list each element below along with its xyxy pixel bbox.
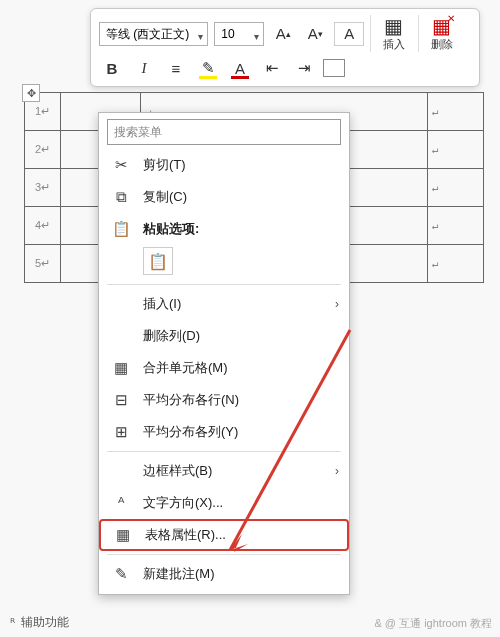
chevron-down-icon: ▾ <box>198 28 203 46</box>
font-family-select[interactable]: 等线 (西文正文) ▾ <box>99 22 208 46</box>
border-button[interactable] <box>323 59 345 77</box>
menu-border-style[interactable]: 边框样式(B) › <box>99 455 349 487</box>
row-number: 3↵ <box>25 169 61 207</box>
styles-button[interactable]: A <box>334 22 364 46</box>
table-delete-icon: ▦ <box>432 15 451 37</box>
highlight-button[interactable]: ✎ <box>195 56 221 80</box>
copy-icon: ⧉ <box>111 188 131 206</box>
chevron-right-icon: › <box>335 464 339 478</box>
menu-new-comment[interactable]: ✎ 新建批注(M) <box>99 558 349 590</box>
menu-distribute-rows[interactable]: ⊟ 平均分布各行(N) <box>99 384 349 416</box>
paste-option-keep-text[interactable]: 📋 <box>143 247 173 275</box>
table-cell[interactable]: ↵ <box>428 131 484 169</box>
font-color-button[interactable]: A <box>227 56 253 80</box>
font-size-value: 10 <box>221 27 234 41</box>
chevron-down-icon: ▾ <box>254 28 259 46</box>
scissors-icon: ✂ <box>111 156 131 174</box>
statusbar-accessibility[interactable]: ᴿ 辅助功能 <box>10 614 69 631</box>
font-family-value: 等线 (西文正文) <box>106 27 189 41</box>
menu-insert[interactable]: 插入(I) › <box>99 288 349 320</box>
menu-separator <box>107 284 341 285</box>
menu-merge-cells[interactable]: ▦ 合并单元格(M) <box>99 352 349 384</box>
chevron-right-icon: › <box>335 297 339 311</box>
delete-dropdown[interactable]: ▦ 删除 <box>418 15 460 52</box>
grow-font-button[interactable]: A▴ <box>270 22 296 46</box>
text-direction-icon: ᴬ <box>111 494 131 512</box>
table-cell[interactable]: ↵ <box>428 93 484 131</box>
accessibility-icon: ᴿ <box>10 616 15 630</box>
mini-toolbar: 等线 (西文正文) ▾ 10 ▾ A▴ A▾ A ▦ 插入 ▦ 删除 B I ≡… <box>90 8 480 87</box>
menu-search-input[interactable]: 搜索菜单 <box>107 119 341 145</box>
insert-dropdown[interactable]: ▦ 插入 <box>370 15 412 52</box>
table-cell[interactable]: ↵ <box>428 169 484 207</box>
search-placeholder: 搜索菜单 <box>114 124 162 141</box>
menu-separator <box>107 451 341 452</box>
italic-button[interactable]: I <box>131 56 157 80</box>
distribute-cols-icon: ⊞ <box>111 423 131 441</box>
clipboard-icon: 📋 <box>111 220 131 238</box>
menu-distribute-cols[interactable]: ⊞ 平均分布各列(Y) <box>99 416 349 448</box>
menu-cut[interactable]: ✂ 剪切(T) <box>99 149 349 181</box>
row-number: 4↵ <box>25 207 61 245</box>
distribute-rows-icon: ⊟ <box>111 391 131 409</box>
align-button[interactable]: ≡ <box>163 56 189 80</box>
insert-label: 插入 <box>383 37 405 52</box>
table-properties-icon: ▦ <box>113 526 133 544</box>
indent-increase-button[interactable]: ⇥ <box>291 56 317 80</box>
menu-table-properties[interactable]: ▦ 表格属性(R)... <box>99 519 349 551</box>
row-number: 5↵ <box>25 245 61 283</box>
row-number: 2↵ <box>25 131 61 169</box>
shrink-font-button[interactable]: A▾ <box>302 22 328 46</box>
menu-delete-column[interactable]: 删除列(D) <box>99 320 349 352</box>
font-size-select[interactable]: 10 ▾ <box>214 22 264 46</box>
delete-label: 删除 <box>431 37 453 52</box>
context-menu: 搜索菜单 ✂ 剪切(T) ⧉ 复制(C) 📋 粘贴选项: 📋 插入(I) › 删… <box>98 112 350 595</box>
table-move-handle-icon[interactable]: ✥ <box>22 84 40 102</box>
indent-decrease-button[interactable]: ⇤ <box>259 56 285 80</box>
merge-cells-icon: ▦ <box>111 359 131 377</box>
comment-icon: ✎ <box>111 565 131 583</box>
bold-button[interactable]: B <box>99 56 125 80</box>
watermark-text: & @ 互通 ightroom 教程 <box>374 616 492 631</box>
menu-separator <box>107 554 341 555</box>
menu-copy[interactable]: ⧉ 复制(C) <box>99 181 349 213</box>
menu-paste-options: 📋 粘贴选项: <box>99 213 349 245</box>
menu-text-direction[interactable]: ᴬ 文字方向(X)... <box>99 487 349 519</box>
table-cell[interactable]: ↵ <box>428 245 484 283</box>
table-cell[interactable]: ↵ <box>428 207 484 245</box>
table-insert-icon: ▦ <box>384 15 403 37</box>
